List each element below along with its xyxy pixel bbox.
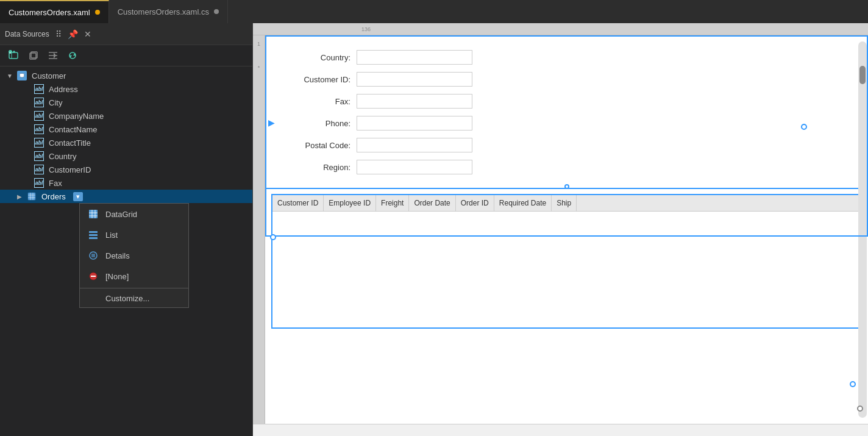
ruler-number: 136 <box>361 26 371 32</box>
tree-item-city[interactable]: ▶ abl City <box>0 96 252 109</box>
bottom-bar <box>253 424 868 436</box>
tree-label-fax: Fax <box>49 179 62 188</box>
label-postalcode: Postal Code: <box>277 141 350 150</box>
tree-item-address[interactable]: ▶ abl Address <box>0 82 252 96</box>
input-fax[interactable] <box>357 94 472 109</box>
tree-item-orders[interactable]: ▶ Orders ▾ <box>0 190 252 203</box>
dropdown-separator <box>80 288 188 288</box>
tree-item-companyname[interactable]: ▶ abl CompanyName <box>0 109 252 123</box>
svg-text:+: + <box>9 51 11 54</box>
pin-icon[interactable]: 📌 <box>66 28 79 40</box>
divider-handle-left[interactable] <box>270 234 276 240</box>
tree-label-city: City <box>49 98 62 107</box>
col-required-date: Required Date <box>494 195 552 211</box>
label-customerid: Customer ID: <box>277 75 350 84</box>
datagrid-section: Customer ID Employee ID Freight Order Da… <box>271 194 862 329</box>
svg-rect-22 <box>89 237 98 239</box>
tree-item-customer[interactable]: ▼ Customer <box>0 69 252 82</box>
tree-label-customer: Customer <box>32 71 66 80</box>
drag-handle-bottom-center[interactable] <box>564 184 569 189</box>
fax-abl-icon: abl <box>34 178 44 188</box>
panel-title: Data Sources <box>5 30 49 38</box>
svg-marker-8 <box>54 52 56 59</box>
city-abl-icon: abl <box>34 98 44 107</box>
form-row-customerid: Customer ID: <box>277 72 856 87</box>
tab-modified-dot <box>95 10 100 15</box>
tree-item-contactname[interactable]: ▶ abl ContactName <box>0 123 252 136</box>
add-datasource-button[interactable]: + <box>6 49 22 62</box>
none-icon <box>87 270 99 282</box>
tree-label-contacttitle: ContactTitle <box>49 138 91 148</box>
designer-canvas: 1 * ▶ Country: <box>253 35 868 424</box>
col-employee-id: Employee ID <box>324 195 376 211</box>
ruler-tick-star: * <box>258 65 260 71</box>
duplicate-icon <box>28 50 39 61</box>
form-row-country: Country: <box>277 50 856 65</box>
ruler-left: 1 * <box>253 35 265 424</box>
grid-body[interactable] <box>272 212 861 327</box>
input-phone[interactable] <box>357 116 472 130</box>
dotted-menu-icon[interactable]: ⠿ <box>54 28 63 40</box>
panel-icons: ⠿ 📌 ✕ <box>54 28 93 40</box>
form-row-postalcode: Postal Code: <box>277 138 856 152</box>
tree-label-contactname: ContactName <box>49 125 97 134</box>
address-abl-icon: abl <box>34 84 44 94</box>
selection-arrow-indicator: ▶ <box>268 118 275 127</box>
col-freight: Freight <box>376 195 409 211</box>
tree-item-customerid[interactable]: ▶ abl CustomerID <box>0 163 252 176</box>
ruler-top: 136 <box>253 23 868 35</box>
ruler-tick-1: 1 <box>257 41 260 47</box>
tab-cs[interactable]: CustomersOrders.xaml.cs <box>109 0 228 23</box>
label-region: Region: <box>277 163 350 172</box>
dropdown-customize[interactable]: Customize... <box>80 290 188 307</box>
tree-item-country[interactable]: ▶ abl Country <box>0 149 252 163</box>
customer-db-icon <box>17 71 27 80</box>
close-icon[interactable]: ✕ <box>83 28 93 40</box>
dropdown-details[interactable]: Details <box>80 245 188 266</box>
svg-rect-10 <box>28 193 35 200</box>
tree-arrow-orders: ▶ <box>15 193 24 200</box>
form-row-region: Region: <box>277 160 856 174</box>
title-bar: CustomersOrders.xaml CustomersOrders.xam… <box>0 0 868 23</box>
dropdown-datagrid-label: DataGrid <box>105 210 137 219</box>
input-customerid[interactable] <box>357 72 472 87</box>
orders-dropdown-button[interactable]: ▾ <box>73 192 83 201</box>
dropdown-datagrid[interactable]: DataGrid <box>80 204 188 224</box>
tree-label-companyname: CompanyName <box>49 112 104 121</box>
col-order-id: Order ID <box>456 195 494 211</box>
contactname-abl-icon: abl <box>34 124 44 134</box>
dropdown-menu: DataGrid List <box>79 203 189 308</box>
country-abl-icon: abl <box>34 151 44 161</box>
tab-xaml[interactable]: CustomersOrders.xaml <box>0 0 109 23</box>
tree-item-fax[interactable]: ▶ abl Fax <box>0 176 252 190</box>
vertical-scrollbar[interactable] <box>858 41 867 418</box>
duplicate-button[interactable] <box>26 49 41 62</box>
scrollbar-thumb[interactable] <box>859 66 866 84</box>
grid-header: Customer ID Employee ID Freight Order Da… <box>272 195 861 212</box>
svg-rect-21 <box>89 234 98 236</box>
label-fax: Fax: <box>277 97 350 106</box>
dropdown-customize-label: Customize... <box>105 294 149 303</box>
form-row-phone: Phone: <box>277 116 856 130</box>
configure-button[interactable] <box>45 49 61 62</box>
datagrid-bottom-handle[interactable] <box>850 381 856 387</box>
label-country: Country: <box>277 53 350 62</box>
configure-icon <box>48 50 59 61</box>
form-area: ▶ Country: Customer ID: <box>265 35 868 424</box>
dropdown-list-label: List <box>105 231 118 240</box>
input-region[interactable] <box>357 160 472 174</box>
tree-area: ▼ Customer ▶ abl Address ▶ abl Cit <box>0 66 252 436</box>
tree-label-customerid: CustomerID <box>49 165 91 174</box>
tree-item-contacttitle[interactable]: ▶ abl ContactTitle <box>0 136 252 149</box>
dropdown-list[interactable]: List <box>80 224 188 245</box>
svg-rect-20 <box>89 231 98 233</box>
input-country[interactable] <box>357 50 472 65</box>
form-section: Country: Customer ID: Fax: <box>265 35 868 188</box>
dropdown-none[interactable]: [None] <box>80 266 188 287</box>
tab-cs-label: CustomersOrders.xaml.cs <box>118 7 209 16</box>
refresh-button[interactable] <box>65 49 80 62</box>
tree-label-country: Country <box>49 152 77 161</box>
customerid-abl-icon: abl <box>34 165 44 174</box>
input-postalcode[interactable] <box>357 138 472 152</box>
contacttitle-abl-icon: abl <box>34 138 44 148</box>
